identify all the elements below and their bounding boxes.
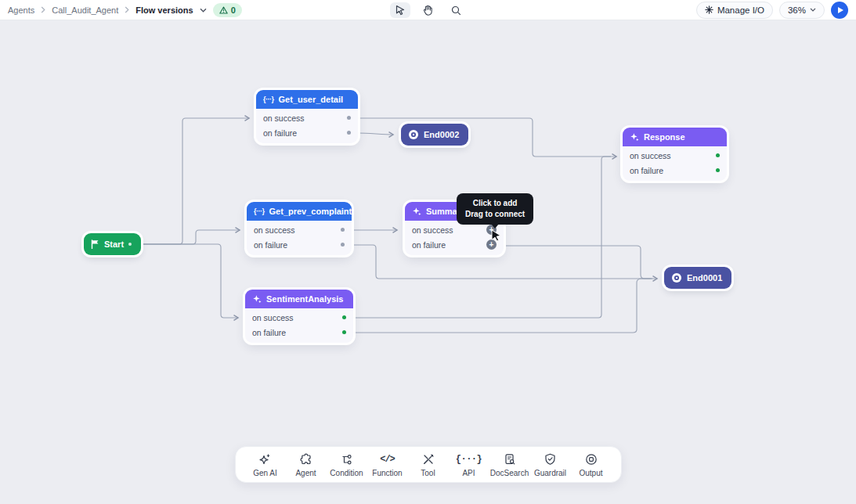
agent-puzzle-icon (300, 452, 312, 466)
output-port[interactable] (342, 315, 346, 319)
port-row-on-failure[interactable]: on failure (256, 125, 358, 140)
palette-item-output[interactable]: Output (571, 452, 612, 477)
end-target-icon (671, 272, 682, 283)
port-row-on-success[interactable]: on success (247, 222, 352, 237)
palette-item-gen-ai[interactable]: Gen AI (245, 452, 286, 477)
run-flow-button[interactable] (831, 2, 848, 19)
tooltip-line-1: Click to add (465, 198, 525, 209)
end-label: End0001 (687, 273, 722, 283)
warning-count-badge[interactable]: 0 (213, 3, 242, 17)
manage-io-label: Manage I/O (717, 5, 764, 15)
node-start[interactable]: Start (84, 233, 141, 255)
output-stop-icon (585, 452, 598, 466)
select-tool-button[interactable] (390, 2, 410, 18)
tooltip-line-2: Drag to connect (465, 209, 525, 220)
mouse-cursor-icon (490, 229, 503, 243)
node-title: SentimentAnalysis (266, 294, 343, 304)
zoom-level-dropdown[interactable]: 36% (779, 2, 825, 19)
breadcrumb: Agents Call_Audit_Agent Flow versions 0 (8, 3, 242, 17)
api-icon: {···} (254, 207, 265, 215)
doc-search-icon (504, 452, 516, 466)
topbar-right-tools: Manage I/O 36% (696, 2, 848, 19)
function-code-icon: </> (380, 452, 395, 466)
edge-start-to-get-user-detail (134, 118, 249, 244)
port-row-on-success[interactable]: on success (256, 110, 358, 125)
search-icon (451, 5, 461, 16)
output-port[interactable] (716, 168, 720, 172)
edge-sentiment-failure-to-end0001 (353, 279, 651, 333)
asterisk-icon (705, 5, 713, 14)
output-port[interactable] (716, 153, 720, 157)
node-title: Response (644, 132, 685, 142)
node-end0001[interactable]: End0001 (664, 267, 731, 289)
port-row-on-failure[interactable]: on failure (245, 325, 353, 340)
chevron-down-icon (810, 8, 816, 12)
palette-item-guardrail[interactable]: Guardrail (530, 452, 571, 477)
topbar: Agents Call_Audit_Agent Flow versions 0 … (0, 0, 856, 20)
zoom-level-value: 36% (788, 5, 806, 15)
manage-io-button[interactable]: Manage I/O (696, 2, 773, 19)
output-port[interactable] (347, 116, 351, 120)
output-port[interactable] (342, 330, 346, 334)
palette-item-agent[interactable]: Agent (286, 452, 327, 477)
edge-start-to-get-prev-complaints (134, 230, 240, 244)
flow-edges (0, 20, 856, 504)
start-label: Start (104, 239, 124, 249)
node-get-user-detail[interactable]: {···} Get_user_detail on success on fail… (256, 90, 358, 143)
palette-item-condition[interactable]: Condition (327, 452, 367, 477)
end-label: End0002 (424, 130, 459, 139)
api-braces-icon: {···} (456, 452, 482, 466)
palette-item-tool[interactable]: Tool (408, 452, 449, 477)
edge-summarize-failure-to-end0001 (504, 246, 652, 279)
breadcrumb-item-agents[interactable]: Agents (8, 5, 34, 15)
canvas-tools (390, 0, 467, 20)
hand-icon (423, 5, 433, 16)
play-icon (838, 7, 843, 13)
node-get-prev-complaints[interactable]: {···} Get_prev_complaints on success on … (247, 202, 352, 255)
port-row-on-success[interactable]: on success (245, 310, 353, 325)
pan-tool-button[interactable] (418, 2, 439, 18)
output-port[interactable] (128, 243, 132, 246)
edge-get-user-detail-success-to-response (358, 118, 616, 157)
node-title: Get_user_detail (279, 95, 344, 104)
guardrail-shield-icon (544, 452, 556, 466)
search-tool-button[interactable] (446, 2, 467, 18)
pointer-icon (395, 5, 406, 16)
output-port[interactable] (341, 228, 345, 232)
sparkle-icon (412, 207, 421, 216)
flow-versions-dropdown[interactable]: Flow versions (135, 5, 193, 15)
palette-item-function[interactable]: </> Function (367, 452, 408, 477)
tool-wrench-icon (422, 452, 435, 466)
chevron-down-icon[interactable] (200, 8, 207, 13)
chevron-right-icon (125, 6, 129, 13)
port-row-on-failure[interactable]: on failure (405, 237, 504, 252)
node-title: Get_prev_complaints (269, 207, 352, 216)
connect-tooltip: Click to add Drag to connect (457, 193, 533, 225)
chevron-right-icon (41, 6, 45, 13)
palette-item-api[interactable]: {···} API (449, 452, 489, 477)
node-palette: Gen AI Agent Condition </> Function Tool… (235, 446, 622, 483)
port-row-on-failure[interactable]: on failure (623, 163, 727, 178)
end-target-icon (408, 129, 419, 140)
sparkle-icon (252, 294, 262, 304)
api-icon: {···} (263, 95, 274, 103)
warning-count: 0 (231, 5, 236, 15)
output-port[interactable] (347, 131, 351, 135)
warning-triangle-icon (219, 6, 228, 14)
node-sentiment-analysis[interactable]: SentimentAnalysis on success on failure (245, 290, 353, 343)
flow-canvas[interactable]: Start {···} Get_user_detail on success o… (0, 20, 856, 504)
port-row-on-failure[interactable]: on failure (247, 237, 352, 252)
edge-get-prev-complaints-failure-to-end0001 (352, 245, 657, 279)
output-port[interactable] (341, 243, 345, 247)
node-end0002[interactable]: End0002 (401, 124, 468, 146)
node-response[interactable]: Response on success on failure (623, 128, 727, 181)
condition-branch-icon (341, 452, 353, 466)
palette-item-docsearch[interactable]: DocSearch (489, 452, 530, 477)
gen-ai-icon (258, 452, 272, 466)
port-row-on-success[interactable]: on success (623, 148, 727, 163)
breadcrumb-item-agent-name[interactable]: Call_Audit_Agent (52, 5, 118, 15)
sparkle-icon (630, 132, 639, 142)
edge-get-user-detail-failure-to-end0002 (358, 133, 393, 135)
flag-icon (91, 239, 99, 249)
edge-start-to-sentiment-analysis (134, 244, 238, 318)
